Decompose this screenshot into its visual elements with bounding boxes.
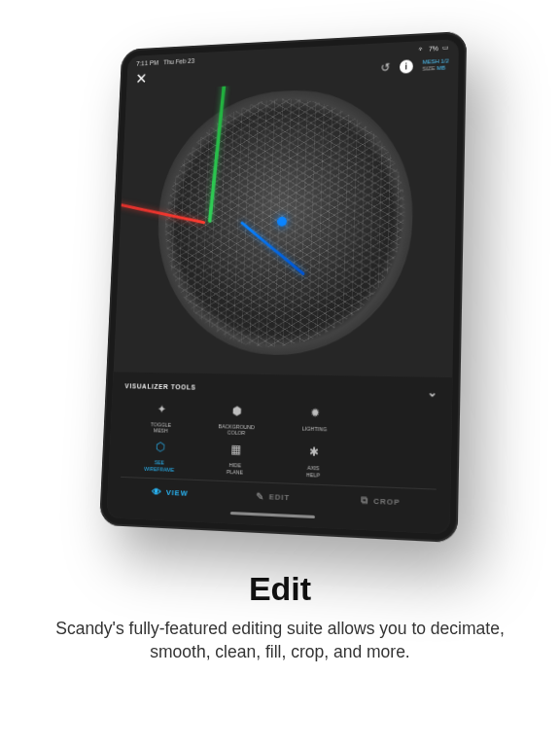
- app-screen: 7:11 PM Thu Feb 23 ᯤ 7% ▭ ✕ ↺ i MESH 1/2: [107, 39, 459, 534]
- pencil-icon: ✎: [256, 490, 264, 502]
- battery-pct: 7%: [429, 45, 438, 52]
- tool-label: LIGHTING: [302, 425, 328, 432]
- tab-label: VIEW: [166, 487, 189, 497]
- tools-header: VISUALIZER TOOLS ⌄: [124, 379, 438, 399]
- tablet-device-frame: 7:11 PM Thu Feb 23 ᯤ 7% ▭ ✕ ↺ i MESH 1/2: [99, 31, 467, 543]
- top-bar-right: ↺ i MESH 1/2 SIZE MB: [380, 58, 449, 75]
- aperture-icon: ✦: [154, 401, 170, 418]
- status-time-date: 7:11 PM Thu Feb 23: [136, 57, 194, 67]
- wifi-icon: ᯤ: [418, 45, 425, 52]
- wireframe-icon: ⬡: [152, 440, 168, 457]
- undo-button[interactable]: ↺: [380, 60, 390, 74]
- tab-label: EDIT: [268, 492, 290, 502]
- tool-label: SEE WIREFRAME: [144, 459, 174, 473]
- tab-crop[interactable]: ⧉ CROP: [326, 485, 437, 516]
- 3d-viewport[interactable]: [114, 76, 459, 377]
- light-icon: ✹: [306, 405, 324, 423]
- tool-label: AXIS HELP: [306, 465, 320, 479]
- collapse-tools-button[interactable]: ⌄: [428, 385, 438, 400]
- status-time: 7:11 PM: [136, 59, 158, 67]
- tools-grid: ✦ TOGGLE MESH ⬢ BACKGROUND COLOR ✹ LIGHT…: [121, 401, 438, 489]
- tool-label: HIDE PLANE: [227, 462, 244, 475]
- close-button[interactable]: ✕: [135, 72, 147, 87]
- info-button[interactable]: i: [400, 59, 413, 73]
- tool-hide-plane[interactable]: ▦ HIDE PLANE: [201, 441, 270, 476]
- marketing-stage: 7:11 PM Thu Feb 23 ᯤ 7% ▭ ✕ ↺ i MESH 1/2: [0, 10, 560, 554]
- eye-icon: 👁: [152, 486, 162, 497]
- crop-icon: ⧉: [361, 494, 368, 507]
- tab-label: CROP: [373, 496, 401, 507]
- tool-background-color[interactable]: ⬢ BACKGROUND COLOR: [202, 403, 271, 438]
- tab-edit[interactable]: ✎ EDIT: [221, 481, 327, 512]
- tool-lighting[interactable]: ✹ LIGHTING: [279, 404, 350, 439]
- tool-label: BACKGROUND COLOR: [218, 423, 255, 437]
- caption-title: Edit: [29, 570, 531, 608]
- home-indicator: [230, 512, 315, 518]
- caption-body: Scandy's fully-featured editing suite al…: [29, 618, 531, 663]
- tools-title: VISUALIZER TOOLS: [124, 383, 196, 391]
- tool-axis-help[interactable]: ✱ AXIS HELP: [278, 444, 349, 480]
- axis-icon: ✱: [305, 444, 323, 462]
- tab-view[interactable]: 👁 VIEW: [120, 478, 222, 508]
- visualizer-tools-panel: VISUALIZER TOOLS ⌄ ✦ TOGGLE MESH ⬢ BACKG…: [107, 372, 453, 534]
- battery-icon: ▭: [442, 44, 449, 52]
- mesh-info: MESH 1/2 SIZE MB: [422, 58, 448, 72]
- status-right: ᯤ 7% ▭: [418, 44, 449, 53]
- hexagon-icon: ⬢: [228, 403, 246, 421]
- plane-icon: ▦: [227, 442, 244, 460]
- tool-toggle-mesh[interactable]: ✦ TOGGLE MESH: [128, 401, 195, 435]
- tool-label: TOGGLE MESH: [151, 421, 171, 434]
- tool-see-wireframe[interactable]: ⬡ SEE WIREFRAME: [126, 439, 193, 474]
- marketing-caption: Edit Scandy's fully-featured editing sui…: [0, 554, 560, 663]
- status-date: Thu Feb 23: [163, 57, 194, 65]
